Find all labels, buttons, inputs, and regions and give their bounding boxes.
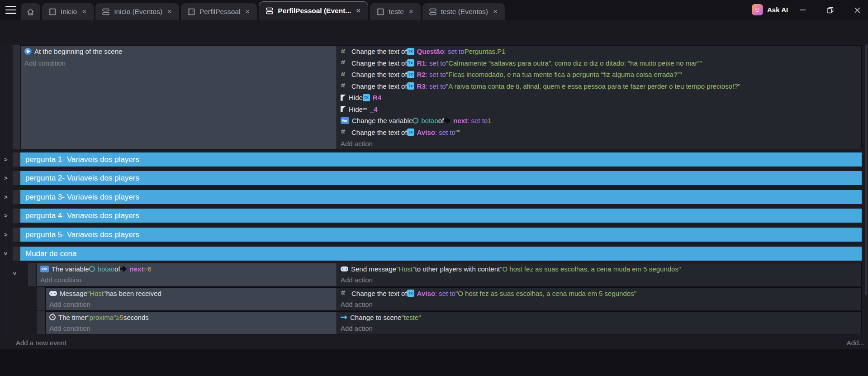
expand-chevron-icon[interactable]: > bbox=[3, 252, 9, 256]
window-restore-button[interactable] bbox=[822, 4, 838, 16]
add-condition-link[interactable]: Add condition bbox=[46, 323, 337, 334]
event-group-bar[interactable]: pergunta 4- Variaveis dos players bbox=[20, 209, 862, 223]
condition-line[interactable]: At the beginning of the scene bbox=[21, 46, 337, 57]
add-action-link[interactable]: Add action bbox=[337, 299, 861, 310]
text-segment: botao bbox=[98, 265, 115, 273]
collapse-chevron-icon[interactable]: > bbox=[4, 232, 8, 238]
action-line[interactable]: Change the text of Questão: set to Pergu… bbox=[337, 46, 861, 57]
text-segment: Hide bbox=[349, 105, 363, 113]
window-close-button[interactable] bbox=[849, 4, 865, 16]
event-drag-handle[interactable] bbox=[37, 311, 45, 334]
conditions-panel: At the beginning of the sceneAdd conditi… bbox=[21, 46, 337, 149]
tab-close-icon[interactable]: × bbox=[492, 7, 498, 16]
add-action-link[interactable]: Add action bbox=[337, 323, 861, 334]
tab-teste[interactable]: teste× bbox=[370, 3, 421, 20]
nesting-guide-line bbox=[26, 285, 26, 335]
actions-panel: Change the text of Questão: set to Pergu… bbox=[337, 46, 861, 149]
tab-close-icon[interactable]: × bbox=[81, 7, 87, 16]
action-line[interactable]: Hide R4 bbox=[337, 92, 861, 104]
text-segment: to other players with content bbox=[415, 265, 500, 273]
add-new-event-link[interactable]: Add a new event bbox=[16, 339, 66, 347]
text-segment: "O host fez as suas escolhas, a cena mud… bbox=[500, 265, 681, 273]
tab-inicio-eventos-[interactable]: Inicio (Eventos)× bbox=[95, 3, 179, 20]
action-line[interactable]: Change the text of R1: set to "Calmament… bbox=[337, 57, 861, 69]
collapse-chevron-icon[interactable]: > bbox=[4, 175, 8, 181]
tab-label: PerfilPessoal bbox=[199, 8, 240, 16]
action-line[interactable]: Change the text of R3: set to "A raiva t… bbox=[337, 81, 861, 92]
text-segment: Change the text of bbox=[351, 290, 407, 297]
scene-icon bbox=[376, 8, 384, 16]
event-drag-handle[interactable] bbox=[13, 247, 20, 261]
action-line[interactable]: Send message "Host" to other players wit… bbox=[337, 263, 861, 275]
conditions-panel: The variable botao of next = 6Add condit… bbox=[37, 263, 337, 286]
collapse-chevron-icon[interactable]: > bbox=[4, 157, 8, 162]
gamepad-icon bbox=[341, 267, 348, 271]
tx-icon bbox=[407, 71, 414, 78]
event-drag-handle[interactable] bbox=[13, 209, 20, 223]
menu-hamburger-icon[interactable] bbox=[5, 6, 16, 14]
text-segment: Questão bbox=[417, 48, 444, 55]
event-drag-handle[interactable] bbox=[13, 45, 20, 149]
tab-close-icon[interactable]: × bbox=[244, 7, 251, 16]
text-segment: : set to bbox=[426, 59, 446, 67]
expand-chevron-icon[interactable]: > bbox=[12, 272, 18, 276]
condition-line[interactable]: The timer "proxima" ≥ 5 seconds bbox=[46, 312, 337, 323]
tab-close-icon[interactable]: × bbox=[166, 7, 173, 16]
collapse-chevron-icon[interactable]: > bbox=[4, 213, 8, 219]
event-block: At the beginning of the sceneAdd conditi… bbox=[20, 45, 862, 149]
text-segment: The timer bbox=[58, 314, 87, 321]
ask-ai-label: Ask AI bbox=[767, 6, 788, 14]
action-line[interactable]: Change the text of Aviso: set to "" bbox=[337, 127, 861, 138]
add-action-link[interactable]: Add action bbox=[337, 275, 861, 286]
add-condition-link[interactable]: Add condition bbox=[37, 275, 337, 286]
tab-label: Inicio (Eventos) bbox=[114, 8, 162, 16]
action-line[interactable]: Change to scene "teste" bbox=[337, 312, 861, 323]
event-group-bar[interactable]: pergunta 3- Variaveis dos players bbox=[20, 190, 862, 204]
tab-teste-eventos-[interactable]: teste (Eventos)× bbox=[422, 3, 505, 20]
add-condition-link[interactable]: Add condition bbox=[46, 299, 337, 310]
actions-panel: Send message "Host" to other players wit… bbox=[337, 263, 861, 286]
event-drag-handle[interactable] bbox=[13, 152, 20, 167]
tab-home[interactable] bbox=[21, 3, 40, 20]
tab-perfilpessoal[interactable]: PerfilPessoal× bbox=[181, 3, 257, 20]
event-drag-handle[interactable] bbox=[13, 190, 20, 204]
tab-label: Inicio bbox=[61, 8, 77, 16]
ask-ai-button[interactable]: Ask AI bbox=[752, 4, 788, 15]
tab-inicio[interactable]: Inicio× bbox=[42, 3, 94, 20]
tab-close-icon[interactable]: × bbox=[408, 7, 414, 16]
event-group-bar[interactable]: pergunta 1- Variaveis dos players bbox=[20, 152, 862, 167]
collapse-chevron-icon[interactable]: > bbox=[4, 194, 8, 200]
add-more-link[interactable]: Add... bbox=[847, 339, 864, 347]
condition-line[interactable]: Message "Host" has been received bbox=[46, 288, 337, 299]
event-drag-handle[interactable] bbox=[13, 171, 20, 185]
tab-label: teste bbox=[389, 8, 404, 16]
action-line[interactable]: Hide _4 bbox=[337, 104, 861, 115]
text-segment: : set to bbox=[435, 290, 455, 297]
tab-perfilpessoal-event-[interactable]: PerfilPessoal (Event...× bbox=[259, 1, 368, 20]
tt-icon bbox=[341, 290, 349, 297]
event-drag-handle[interactable] bbox=[37, 287, 45, 310]
add-action-link[interactable]: Add action bbox=[337, 138, 861, 149]
var-icon bbox=[341, 117, 349, 124]
event-group-bar[interactable]: Mudar de cena bbox=[20, 247, 862, 261]
event-block: Message "Host" has been receivedAdd cond… bbox=[45, 287, 862, 310]
action-line[interactable]: Change the text of R2: set to "Ficas inc… bbox=[337, 69, 861, 81]
add-condition-link[interactable]: Add condition bbox=[21, 57, 337, 69]
event-drag-handle[interactable] bbox=[28, 263, 36, 286]
vertical-scrollbar[interactable] bbox=[865, 44, 867, 295]
event-drag-handle[interactable] bbox=[13, 228, 20, 242]
text-segment: "" bbox=[455, 129, 460, 136]
tx-icon bbox=[407, 129, 414, 136]
text-segment: The variable bbox=[52, 265, 89, 273]
tt-icon bbox=[341, 48, 349, 55]
tt-icon bbox=[341, 71, 349, 78]
tab-close-icon[interactable]: × bbox=[355, 6, 361, 15]
window-minimize-button[interactable] bbox=[795, 4, 811, 16]
event-group-bar[interactable]: pergunta 2- Variaveis dos players bbox=[20, 171, 862, 185]
action-line[interactable]: Change the text of Aviso: set to "O host… bbox=[337, 288, 861, 299]
arrow-icon bbox=[341, 315, 347, 319]
event-block: The timer "proxima" ≥ 5 secondsAdd condi… bbox=[45, 311, 862, 334]
condition-line[interactable]: The variable botao of next = 6 bbox=[37, 263, 337, 275]
action-line[interactable]: Change the variable botao of next: set t… bbox=[337, 115, 861, 127]
event-group-bar[interactable]: pergunta 5- Variaveis dos players bbox=[20, 228, 862, 242]
